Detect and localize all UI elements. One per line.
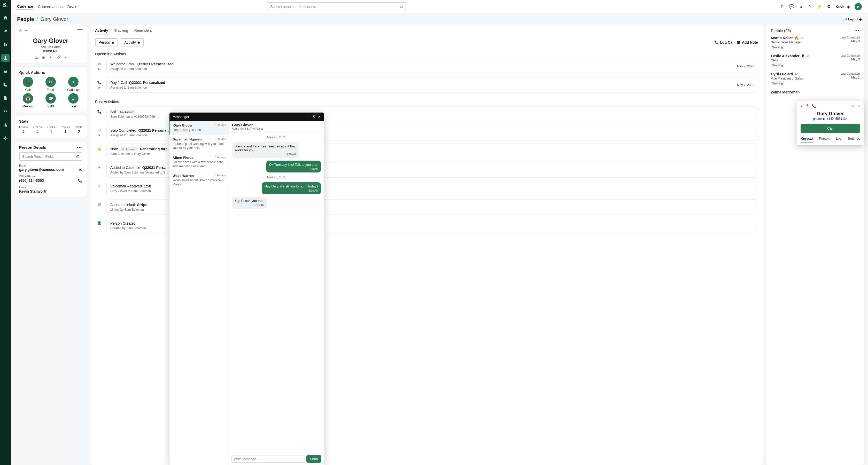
thread-name: Gary Glover (232, 123, 321, 127)
nav-analytics-icon[interactable] (1, 121, 9, 129)
reply-icon[interactable]: ↩ (25, 28, 28, 33)
nav-mail-icon[interactable] (1, 67, 9, 75)
dialer-tab-settings[interactable]: Settings (848, 137, 860, 143)
compass-button[interactable]: ➤ (855, 3, 862, 10)
details-search-input[interactable] (22, 155, 76, 159)
bolt-icon[interactable]: ⚡ (817, 4, 822, 9)
conversation-item[interactable]: Savannah Nguyen It's been great working … (169, 135, 228, 153)
send-button[interactable]: Send (306, 455, 321, 463)
messenger-popup[interactable]: Messenger — ⇱ ✕ Gary Glover Yep I'll see… (169, 112, 324, 465)
compose-input[interactable] (231, 455, 304, 463)
call-button[interactable]: Call (801, 124, 860, 133)
star-icon[interactable]: ★ (18, 27, 23, 34)
nav-rocket-icon[interactable] (1, 27, 9, 35)
filter-person[interactable]: Person ◆ (95, 38, 118, 46)
field-action-icon[interactable]: 📞 (78, 178, 82, 182)
detail-value[interactable]: (650) 214-3303 (19, 178, 82, 182)
minimize-icon[interactable]: — (307, 115, 310, 119)
linkedin-icon[interactable]: in (42, 55, 45, 59)
nav-quote-icon[interactable] (1, 107, 9, 116)
chat-icon[interactable]: 💬 (789, 4, 794, 9)
people-more-icon[interactable]: ••• (854, 29, 860, 33)
dialer-tab-keypad[interactable]: Keypad (801, 137, 813, 143)
detail-value[interactable]: gary.glover@acmeco.com (19, 168, 82, 172)
global-search-input[interactable] (270, 4, 399, 9)
gear-icon[interactable]: ⚙ (827, 4, 831, 9)
nav-accounts-icon[interactable] (1, 40, 9, 48)
tab-conversations[interactable]: Conversations (38, 3, 63, 10)
nav-target-icon[interactable] (1, 134, 9, 142)
nav-home-icon[interactable] (1, 13, 9, 22)
nav-people-icon[interactable] (1, 54, 9, 62)
dialer-popup[interactable]: ● 📍 📞 ⤢ ✕ Gary Glover phone ◆ +140455511… (797, 101, 864, 145)
rocket-icon: ➤ (98, 133, 101, 137)
tab-cadence[interactable]: Cadence (17, 3, 33, 10)
twitter-icon[interactable]: ✦ (49, 55, 52, 59)
link-icon[interactable]: 🔗 (56, 55, 61, 59)
log-call-button[interactable]: 📞Log Call (714, 40, 735, 44)
activity-type-icon: ➤ (98, 165, 101, 169)
activity-type-icon: ☑ (98, 128, 101, 132)
dialer-tab-person[interactable]: Person (819, 137, 830, 143)
conversation-item[interactable]: Gary Glover Yep I'll see you then 12m ag… (169, 121, 228, 135)
tab-deals[interactable]: Deals (67, 3, 77, 10)
add-note-button[interactable]: ▣Add Note (737, 40, 758, 44)
global-search[interactable]: 🏷 (267, 2, 406, 11)
tab-reminders[interactable]: Reminders (134, 28, 152, 35)
call-icon: 📞 (23, 77, 33, 87)
quick-action-email[interactable]: ✉ Email (40, 77, 61, 92)
close-icon[interactable]: ✕ (318, 115, 321, 119)
profile-company[interactable]: Acme Co. (19, 49, 82, 53)
quick-action-meeting[interactable]: 📅 Meeting (17, 93, 39, 108)
cadence-icon: ➤ (68, 77, 79, 87)
expand-icon[interactable]: ⤢ (852, 104, 855, 108)
messenger-header[interactable]: Messenger — ⇱ ✕ (169, 112, 324, 121)
user-menu[interactable]: Kevin ◆ (836, 5, 850, 9)
quick-action-label: Task (70, 105, 77, 108)
activity-item[interactable]: ✉ ➤ Welcome Email Q22021 Personalized As… (95, 59, 758, 74)
conversation-item[interactable]: Albert Flores Let me check with a few pe… (169, 153, 228, 171)
app-logo[interactable]: S. (3, 2, 8, 8)
tab-tracking[interactable]: Tracking (115, 28, 128, 35)
conversation-preview: Woah small world! How do you know Mary? (173, 178, 225, 187)
people-item[interactable]: Leslie Alexander 🎗 ↩ CRO Working Last Co… (771, 54, 860, 67)
profile-more-icon[interactable]: ••• (77, 27, 83, 32)
activity-icon[interactable]: ⎍ (780, 4, 784, 9)
details-more-icon[interactable]: ••• (77, 145, 82, 150)
quick-action-cadence[interactable]: ➤ Cadence (63, 77, 84, 92)
stats-heading: Stats (14, 115, 87, 126)
crm-icon[interactable]: ▾ (65, 55, 67, 59)
details-search[interactable]: 🏷 (19, 152, 82, 161)
people-item[interactable]: Cyril Luciard ↩ Vice President of Sales … (771, 72, 860, 86)
nav-phone-icon[interactable] (1, 80, 9, 89)
phone-icon[interactable]: 📞 (812, 104, 816, 108)
pin-icon[interactable]: 📍 (805, 104, 809, 108)
activity-item[interactable]: 📞 ➤ Day 1 Call Q22021 Personalized Assig… (95, 77, 758, 93)
people-meta-label: Last Contacted (841, 72, 860, 75)
record-icon[interactable]: ● (801, 104, 803, 108)
close-icon[interactable]: ✕ (857, 104, 860, 108)
conversation-item[interactable]: Wade Warren Woah small world! How do you… (169, 171, 228, 189)
people-item[interactable]: Zelma Merryman (771, 90, 860, 94)
breadcrumb-root[interactable]: People (17, 16, 34, 22)
filter-activity[interactable]: Activity ◆ (121, 38, 144, 46)
detail-value[interactable]: Kevin Stallworth (19, 189, 82, 193)
dialpad-icon[interactable]: ⠿ (799, 4, 803, 9)
dialer-tab-log[interactable]: Log (836, 137, 842, 143)
stat-label: Clicks (47, 126, 55, 129)
activity-subtitle: Assigned to Sam Solomon (110, 86, 754, 89)
quick-action-call[interactable]: 📞 Call (17, 77, 39, 92)
quick-action-sms[interactable]: 💬 SMS (40, 93, 61, 108)
popout-icon[interactable]: ⇱ (313, 115, 315, 119)
tab-activity[interactable]: Activity (95, 28, 108, 35)
nav-doc-icon[interactable] (1, 94, 9, 102)
salesforce-icon[interactable]: ☁ (35, 55, 38, 59)
message-incoming: Brenda and I are free Tuesday at 2 if th… (232, 142, 299, 158)
field-action-icon[interactable]: ✉ (79, 168, 82, 172)
people-item[interactable]: Martin Keller 🔥 ↩ Senior Sales Manager W… (771, 36, 860, 49)
help-icon[interactable]: ？ (808, 4, 812, 9)
quick-action-task[interactable]: 🗒 Task (63, 93, 84, 108)
edit-layout-button[interactable]: Edit Layout ◆ (841, 17, 862, 21)
flag-icon: 🎗 (801, 54, 805, 58)
page: ★ ↩ ••• Gary Glover SVP of Sales Acme Co… (11, 25, 868, 465)
